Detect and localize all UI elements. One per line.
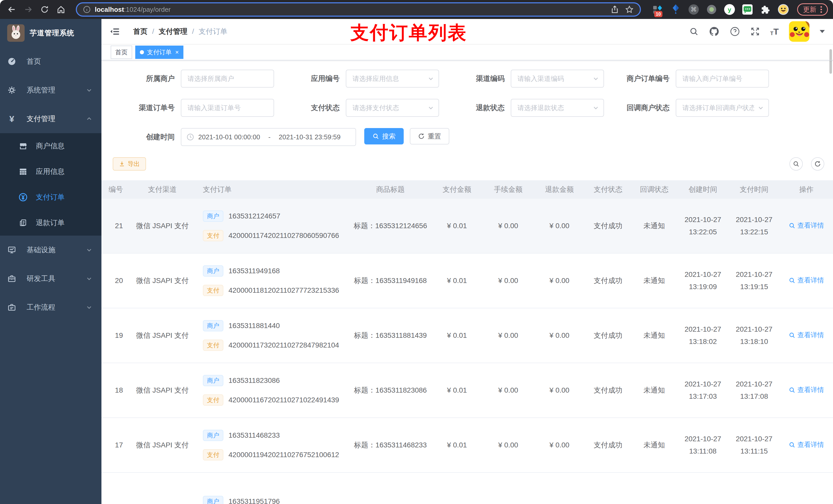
extension-badge: 10 <box>654 11 662 17</box>
sidebar-item-app-info[interactable]: 应用信息 <box>0 159 101 184</box>
export-button[interactable]: 导出 <box>113 157 146 171</box>
sidebar-item-home[interactable]: 首页 <box>0 47 101 76</box>
app-logo-row[interactable]: 芋道管理系统 <box>0 19 101 47</box>
cell-pay-order: 商户 1635311949168 支付 42000011812021102777… <box>201 265 349 296</box>
breadcrumb-payment[interactable]: 支付管理 <box>159 27 188 37</box>
chevron-down-icon <box>86 247 92 253</box>
pay-status-select[interactable] <box>346 99 438 116</box>
merchant-order-no: 1635311823086 <box>229 377 280 385</box>
cell-amount: ¥ 0.01 <box>431 331 482 340</box>
tag-pay-order[interactable]: 支付订单 × <box>135 46 184 59</box>
breadcrumb-home[interactable]: 首页 <box>133 27 147 37</box>
merchant-order-no: 1635311949168 <box>229 267 280 275</box>
address-bar[interactable]: localhost:1024/pay/order <box>76 2 641 17</box>
cell-pay-status: 支付成功 <box>585 221 631 231</box>
workflow-icon <box>7 303 16 312</box>
view-detail-link[interactable]: 查看详情 <box>789 221 824 230</box>
merchant-tag: 商户 <box>203 211 223 222</box>
reset-button[interactable]: 重置 <box>410 128 449 144</box>
close-icon[interactable]: × <box>175 49 179 55</box>
cell-paid-time: 2021-10-2713:18:10 <box>729 324 780 347</box>
merchant-tag: 商户 <box>203 375 223 386</box>
sidebar-collapse-icon[interactable] <box>108 24 122 39</box>
cell-refund: ¥ 0.00 <box>534 277 585 285</box>
update-button[interactable]: 更新 <box>797 3 828 16</box>
reload-icon[interactable] <box>38 3 51 16</box>
channel-order-no-input[interactable] <box>181 99 273 116</box>
table-search-button[interactable] <box>789 157 803 171</box>
extensions-puzzle-icon[interactable] <box>760 4 771 15</box>
cell-pay-channel: 微信 JSAPI 支付 <box>124 221 201 231</box>
browser-menu-icon[interactable] <box>820 6 822 13</box>
merchant-order-no: 1635312124657 <box>229 212 280 220</box>
sidebar-item-merchant-info[interactable]: 商户信息 <box>0 133 101 159</box>
sidebar-item-system[interactable]: 系统管理 <box>0 76 101 104</box>
view-detail-link[interactable]: 查看详情 <box>789 276 824 285</box>
extension-y-app-icon[interactable]: y <box>724 4 735 15</box>
font-size-icon[interactable]: TT <box>770 27 779 36</box>
channel-code-select[interactable] <box>511 70 603 87</box>
extension-record-icon[interactable] <box>706 4 717 15</box>
cell-fee: ¥ 0.00 <box>482 441 534 449</box>
pay-order-no: 4200001173202110272847982104 <box>229 341 339 349</box>
page-annotation: 支付订单列表 <box>351 21 467 45</box>
home-icon[interactable] <box>54 3 68 16</box>
cell-created-time: 2021-10-2713:18:02 <box>677 324 729 347</box>
main-area: 首页 / 支付管理 / 支付订单 支付订单列表 TT <box>101 19 833 504</box>
sidebar-item-refund-order[interactable]: 退款订单 <box>0 210 101 236</box>
cell-refund: ¥ 0.00 <box>534 441 585 449</box>
header-cell-amount: 支付金额 <box>431 185 482 194</box>
cell-notify-status: 未通知 <box>631 440 677 450</box>
caret-down-icon[interactable] <box>820 30 825 33</box>
tag-home[interactable]: 首页 <box>111 46 132 59</box>
sidebar-item-pay-order[interactable]: 支付订单 <box>0 184 101 210</box>
svg-text:y: y <box>728 6 731 13</box>
header-cell-created-time: 创建时间 <box>677 185 729 194</box>
github-icon[interactable] <box>709 26 719 37</box>
browser-extensions: 10 ⌘ y <box>649 4 792 15</box>
user-avatar[interactable] <box>789 21 809 42</box>
profile-emoji-icon[interactable] <box>778 4 789 15</box>
extension-chat-icon[interactable] <box>742 4 753 15</box>
sidebar-item-infrastructure[interactable]: 基础设施 <box>0 236 101 264</box>
site-info-icon[interactable] <box>83 6 91 13</box>
extension-pin-icon[interactable]: 10 <box>652 4 663 15</box>
sidebar-item-dev-tools[interactable]: 研发工具 <box>0 264 101 293</box>
share-icon[interactable] <box>611 5 619 14</box>
cell-title: 标题：1635311823086 <box>349 385 431 395</box>
filter-label: 渠道订单号 <box>109 103 181 113</box>
search-button[interactable]: 搜索 <box>364 128 404 144</box>
view-detail-link[interactable]: 查看详情 <box>789 440 824 449</box>
refund-status-select[interactable] <box>511 99 603 116</box>
extension-kite-icon[interactable] <box>670 4 681 15</box>
header-cell-pay-status: 支付状态 <box>585 185 631 194</box>
merchant-order-no: 1635311468233 <box>229 431 280 439</box>
header-cell-paid-time: 支付时间 <box>729 185 780 194</box>
view-detail-link[interactable]: 查看详情 <box>789 331 824 340</box>
cell-amount: ¥ 0.01 <box>431 441 482 449</box>
app-select[interactable] <box>346 70 438 87</box>
forward-icon[interactable] <box>22 3 35 16</box>
cell-pay-status: 支付成功 <box>585 276 631 286</box>
cell-refund: ¥ 0.00 <box>534 386 585 394</box>
merchant-input[interactable] <box>181 70 273 87</box>
shop-icon <box>19 142 28 150</box>
header-cell-pay-order: 支付订单 <box>201 185 349 194</box>
help-icon[interactable] <box>730 26 740 37</box>
sidebar-item-payment[interactable]: ¥ 支付管理 <box>0 104 101 133</box>
cell-action: 查看详情 <box>780 276 833 286</box>
fullscreen-icon[interactable] <box>750 27 760 37</box>
view-detail-link[interactable]: 查看详情 <box>789 385 824 394</box>
table-refresh-button[interactable] <box>811 157 824 171</box>
pay-tag: 支付 <box>203 285 223 296</box>
create-time-range-input[interactable]: 2021-10-01 00:00:00 - 2021-10-31 23:59:5… <box>181 128 356 146</box>
cell-fee: ¥ 0.00 <box>482 277 534 285</box>
bookmark-star-icon[interactable] <box>625 5 634 14</box>
back-icon[interactable] <box>5 3 19 16</box>
search-icon[interactable] <box>689 27 698 36</box>
extension-command-icon[interactable]: ⌘ <box>688 4 699 15</box>
sidebar-item-workflow[interactable]: 工作流程 <box>0 293 101 322</box>
merchant-order-no-input[interactable] <box>676 70 768 87</box>
cell-pay-status: 支付成功 <box>585 331 631 340</box>
notify-status-select[interactable] <box>676 99 768 116</box>
